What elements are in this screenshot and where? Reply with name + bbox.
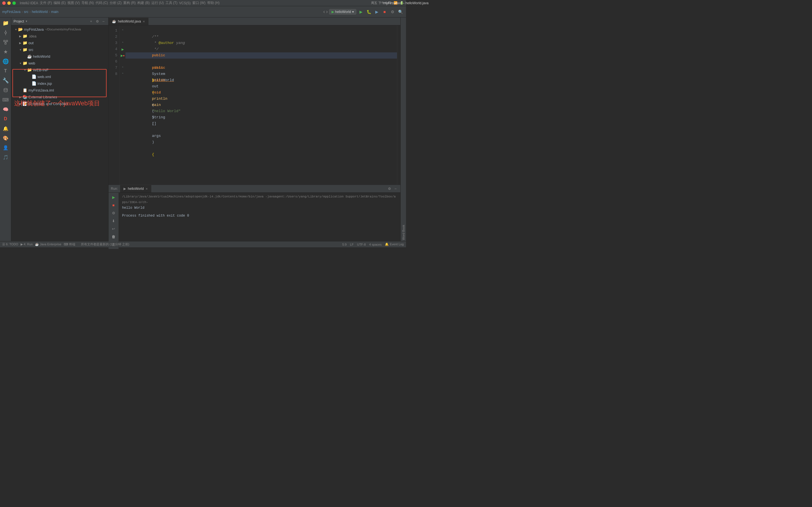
tree-webinf[interactable]: ▾ 📁 WEB-INF <box>11 66 108 73</box>
status-java-enterprise[interactable]: ☕ Java Enterprise <box>35 242 61 246</box>
method-println: println <box>152 97 167 101</box>
run-play-btn[interactable]: ▶ <box>110 194 117 201</box>
sidebar-icon-t[interactable]: T <box>1 66 10 75</box>
status-terminal[interactable]: ⌨ 终端 <box>64 242 75 246</box>
code-content[interactable]: /** * @author yang */ public class hello… <box>125 25 397 185</box>
tree-root[interactable]: ▾ 📂 myFirstJava ~/Documents/myFirstJava <box>11 26 108 33</box>
status-indent[interactable]: 4 spaces <box>369 243 382 246</box>
sidebar-icon-commit[interactable] <box>1 28 10 37</box>
menu-analyze[interactable]: 分析 (Z) <box>110 1 122 5</box>
menu-window[interactable]: 窗口 (W) <box>192 1 206 5</box>
status-encoding[interactable]: UTF-8 <box>357 243 366 246</box>
fold-3-icon[interactable]: ⌃ <box>121 40 124 46</box>
run-wrap-btn[interactable]: ↩ <box>110 225 117 232</box>
panel-settings-btn[interactable]: ⚙ <box>95 19 100 24</box>
run-gutter-4-icon[interactable]: ▶ <box>121 46 124 52</box>
editor-tab-helloworld[interactable]: ☕ helloWorld.java ✕ <box>109 18 149 25</box>
word-book-label[interactable]: Word Book <box>402 225 405 240</box>
status-position[interactable]: 5:9 <box>342 243 347 246</box>
menu-help[interactable]: 帮助 (H) <box>207 1 220 5</box>
menu-vcs[interactable]: VCS(S) <box>179 1 191 5</box>
sidebar-icon-D[interactable]: D <box>1 114 10 123</box>
run-config[interactable]: ▶ helloWorld ▾ <box>329 9 356 15</box>
settings-button[interactable]: ⚙ <box>389 8 396 15</box>
menu-edit[interactable]: 编辑 (E) <box>54 1 66 5</box>
run-coverage-button[interactable]: ▶ <box>373 8 380 15</box>
close-button[interactable] <box>2 1 6 5</box>
stop-button[interactable]: ■ <box>381 8 388 15</box>
breakpoint-5-icon[interactable]: ● <box>123 52 125 59</box>
sidebar-icon-db[interactable] <box>1 86 10 95</box>
run-button[interactable]: ▶ <box>357 8 364 15</box>
status-run[interactable]: ▶ 4: Run <box>20 242 33 246</box>
sidebar-icon-notifications[interactable]: 🔔 <box>1 124 10 133</box>
brace-close-8: } <box>152 78 154 82</box>
sidebar-icon-terminal[interactable]: ⌨ <box>1 95 10 104</box>
breadcrumb-main[interactable]: main <box>51 10 58 14</box>
breadcrumb-helloworld[interactable]: helloWorld <box>32 10 48 14</box>
tree-web[interactable]: ▾ 📁 web <box>11 60 108 66</box>
menu-build[interactable]: 构建 (B) <box>137 1 149 5</box>
run-sidebar: ▶ ■ ⚙ ⬇ ↩ 🗑 ☰ <box>109 193 119 249</box>
menu-view[interactable]: 视图 (V) <box>67 1 80 5</box>
author-annotation: @author <box>158 41 174 45</box>
fold-7-icon[interactable]: ⌃ <box>121 65 124 71</box>
sidebar-icon-speaker[interactable]: 🎵 <box>1 153 10 162</box>
run-stop-btn[interactable]: ■ <box>110 202 117 209</box>
menu-tools[interactable]: 工具 (T) <box>165 1 177 5</box>
sidebar-icon-project[interactable]: 📁 <box>1 18 10 27</box>
minimize-button[interactable] <box>7 1 11 5</box>
tree-idea[interactable]: ▶ 📁 .idea <box>11 33 108 40</box>
maximize-button[interactable] <box>12 1 16 5</box>
back-button[interactable]: ‹ <box>323 9 325 15</box>
status-event-log[interactable]: 🔔 Event Log <box>385 242 404 246</box>
run-tab-close[interactable]: ✕ <box>146 187 148 190</box>
fold-1-icon[interactable]: ⌃ <box>121 27 124 34</box>
tree-src[interactable]: ▾ 📁 src <box>11 46 108 53</box>
panel-add-btn[interactable]: + <box>89 19 94 24</box>
run-gutter-5-icon[interactable]: ▶ <box>121 52 123 59</box>
code-editor[interactable]: 1 2 3 4 5 6 7 8 ⌃ ⌃ ▶ <box>109 25 400 185</box>
run-tab-name: helloWorld <box>128 187 144 191</box>
sidebar-icon-user[interactable]: 👤 <box>1 143 10 152</box>
panel-title-dropdown[interactable]: ▾ <box>26 19 28 23</box>
sidebar-icon-bookmark[interactable]: ★ <box>1 47 10 56</box>
run-scroll-btn[interactable]: ⬇ <box>110 217 117 224</box>
extlibs-name: External Libraries <box>29 95 57 99</box>
search-button[interactable]: 🔍 <box>397 8 404 15</box>
menu-code[interactable]: 代码 (C) <box>96 1 108 5</box>
forward-button[interactable]: › <box>326 9 328 15</box>
tree-iml[interactable]: ▶ 📋 myFirstJava.iml <box>11 87 108 94</box>
run-close-btn[interactable]: – <box>393 186 398 191</box>
tab-close-icon[interactable]: ✕ <box>143 20 145 23</box>
run-settings-btn[interactable]: ⚙ <box>387 186 392 191</box>
debug-button[interactable]: 🐛 <box>365 8 372 15</box>
tree-webxml[interactable]: ▶ 📄 web.xml <box>11 73 108 80</box>
status-lf[interactable]: LF <box>350 243 354 246</box>
tree-out[interactable]: ▶ 📁 out <box>11 40 108 46</box>
tree-helloworld[interactable]: ▶ ☕ helloWorld <box>11 53 108 60</box>
breadcrumb-project[interactable]: myFirstJava <box>2 10 20 14</box>
sidebar-icon-intellij[interactable]: 🧠 <box>1 105 10 114</box>
run-clear-btn[interactable]: 🗑 <box>110 233 117 240</box>
menu-run[interactable]: 运行 (U) <box>151 1 164 5</box>
status-todo[interactable]: ☰ 6: TODO <box>2 242 18 246</box>
sidebar-icon-tools[interactable]: 🔧 <box>1 76 10 85</box>
tree-indexjsp[interactable]: ▶ 📄 index.jsp <box>11 80 108 87</box>
sidebar-icon-structure[interactable] <box>1 38 10 47</box>
comment-3: */ <box>152 47 158 51</box>
breadcrumb-sep-2: › <box>30 10 31 14</box>
sidebar-icon-theme[interactable]: 🎨 <box>1 133 10 143</box>
semi-6: ; <box>152 121 154 126</box>
menu-refactor[interactable]: 重构 (R) <box>123 1 136 5</box>
menu-file[interactable]: 文件 (F) <box>40 1 52 5</box>
fold-8-icon[interactable]: ⌃ <box>121 71 124 77</box>
breadcrumb-src[interactable]: src <box>24 10 29 14</box>
menu-nav[interactable]: 导航 (N) <box>82 1 94 5</box>
run-settings-side-btn[interactable]: ⚙ <box>110 210 117 216</box>
paren-6a: ( <box>152 103 154 107</box>
run-tab-helloworld[interactable]: ▶ helloWorld ✕ <box>120 185 151 192</box>
param-args: args <box>152 134 161 138</box>
sidebar-icon-globe[interactable]: 🌐 <box>1 57 10 66</box>
panel-close-btn[interactable]: – <box>101 19 106 24</box>
